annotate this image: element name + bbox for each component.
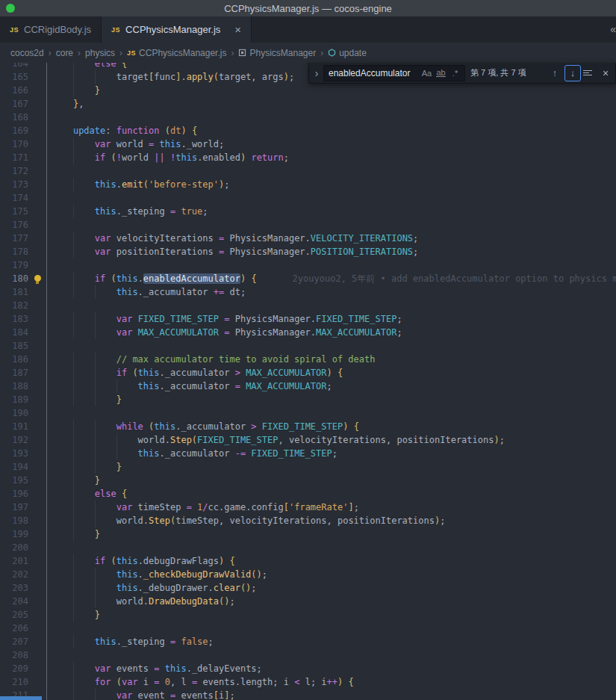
line-number[interactable]: 196 [0, 487, 28, 501]
line-number[interactable]: 174 [0, 191, 28, 205]
line-number[interactable]: 188 [0, 380, 28, 393]
code-line[interactable]: 180 if (this.enabledAccumulator) {2youyo… [0, 272, 616, 285]
code-line[interactable]: 179 [0, 258, 616, 272]
tab-ccphysicsmanager[interactable]: JS CCPhysicsManager.js × [102, 16, 252, 43]
code-line[interactable]: 208 [0, 648, 616, 662]
line-number[interactable]: 176 [0, 218, 28, 232]
code-line[interactable]: 201 if (this.debugDrawFlags) { [0, 554, 616, 568]
code-line[interactable]: 173 this.emit('before-step'); [0, 178, 616, 191]
code-line[interactable]: 188 this._accumulator = MAX_ACCUMULATOR; [0, 380, 616, 393]
code-line[interactable]: 168 [0, 111, 616, 124]
line-number[interactable]: 208 [0, 648, 28, 662]
code-line[interactable]: 172 [0, 164, 616, 178]
code-line[interactable]: 176 [0, 218, 616, 232]
line-number[interactable]: 183 [0, 312, 28, 326]
find-next-button[interactable]: ↓ [564, 65, 581, 81]
line-number[interactable]: 199 [0, 527, 28, 541]
line-number[interactable]: 166 [0, 84, 28, 97]
code-line[interactable]: 204 world.DrawDebugData(); [0, 595, 616, 608]
line-number[interactable]: 164 [0, 63, 28, 70]
find-input[interactable] [329, 68, 420, 78]
line-number[interactable]: 181 [0, 285, 28, 299]
find-expand-chevron-icon[interactable]: › [312, 67, 321, 79]
line-number[interactable]: 201 [0, 554, 28, 568]
code-line[interactable]: 181 this._accumulator += dt; [0, 285, 616, 299]
code-line[interactable]: 170 var world = this._world; [0, 137, 616, 151]
code-line[interactable]: 195 } [0, 474, 616, 487]
code-line[interactable]: 194 } [0, 460, 616, 474]
line-number[interactable]: 192 [0, 433, 28, 447]
code-line[interactable]: 178 var positionIterations = PhysicsMana… [0, 245, 616, 258]
line-number[interactable]: 195 [0, 474, 28, 487]
code-line[interactable]: 177 var velocityIterations = PhysicsMana… [0, 232, 616, 245]
line-number[interactable]: 179 [0, 258, 28, 272]
line-number[interactable]: 187 [0, 366, 28, 380]
code-line[interactable]: 199 } [0, 527, 616, 541]
code-line[interactable]: 196 else { [0, 487, 616, 501]
line-number[interactable]: 182 [0, 299, 28, 312]
code-line[interactable]: 167 }, [0, 97, 616, 111]
line-number[interactable]: 194 [0, 460, 28, 474]
code-line[interactable]: 192 world.Step(FIXED_TIME_STEP, velocity… [0, 433, 616, 447]
tab-close-icon[interactable]: × [234, 24, 241, 35]
line-number[interactable]: 165 [0, 70, 28, 84]
code-line[interactable]: 198 world.Step(timeStep, velocityIterati… [0, 514, 616, 527]
traffic-light-green[interactable] [6, 4, 15, 13]
code-line[interactable]: 209 var events = this._delayEvents; [0, 662, 616, 675]
line-number[interactable]: 175 [0, 205, 28, 218]
code-line[interactable]: 203 this._debugDrawer.clear(); [0, 581, 616, 595]
code-line[interactable]: 175 this._steping = true; [0, 205, 616, 218]
line-number[interactable]: 193 [0, 447, 28, 460]
breadcrumb-item-cocos2d[interactable]: cocos2d [10, 48, 44, 58]
line-number[interactable]: 204 [0, 595, 28, 608]
whole-word-toggle[interactable]: ab [434, 66, 448, 80]
code-line[interactable]: 190 [0, 406, 616, 420]
line-number[interactable]: 209 [0, 662, 28, 675]
line-number[interactable]: 169 [0, 124, 28, 137]
breadcrumb-item-physics[interactable]: physics [85, 48, 115, 58]
line-number[interactable]: 198 [0, 514, 28, 527]
line-number[interactable]: 172 [0, 164, 28, 178]
breadcrumb-item-core[interactable]: core [56, 48, 73, 58]
code-line[interactable]: 206 [0, 622, 616, 635]
line-number[interactable]: 206 [0, 622, 28, 635]
code-line[interactable]: 202 this._checkDebugDrawValid(); [0, 568, 616, 581]
tab-overflow-icon[interactable]: « [610, 23, 616, 35]
code-line[interactable]: 183 var FIXED_TIME_STEP = PhysicsManager… [0, 312, 616, 326]
breadcrumb-item-class[interactable]: PhysicsManager [238, 48, 316, 58]
code-line[interactable]: 186 // max accumulator time to avoid spi… [0, 353, 616, 366]
lightbulb-icon[interactable] [34, 275, 41, 282]
match-case-toggle[interactable]: Aa [420, 66, 434, 80]
code-line[interactable]: 174 [0, 191, 616, 205]
line-number[interactable]: 180 [0, 272, 28, 285]
line-number[interactable]: 186 [0, 353, 28, 366]
line-number[interactable]: 173 [0, 178, 28, 191]
find-previous-button[interactable]: ↑ [547, 66, 562, 81]
line-number[interactable]: 202 [0, 568, 28, 581]
breadcrumb-item-method[interactable]: update [328, 48, 367, 58]
code-line[interactable]: 200 [0, 541, 616, 554]
code-line[interactable]: 207 this._steping = false; [0, 635, 616, 648]
line-number[interactable]: 167 [0, 97, 28, 111]
line-number[interactable]: 185 [0, 339, 28, 353]
code-line[interactable]: 189 } [0, 393, 616, 406]
code-line[interactable]: 210 for (var i = 0, l = events.length; i… [0, 675, 616, 689]
line-number[interactable]: 178 [0, 245, 28, 258]
find-close-icon[interactable]: × [599, 66, 612, 81]
line-number[interactable]: 210 [0, 675, 28, 689]
code-line[interactable]: 182 [0, 299, 616, 312]
regex-toggle[interactable]: .* [448, 66, 462, 80]
line-number[interactable]: 168 [0, 111, 28, 124]
line-number[interactable]: 171 [0, 151, 28, 164]
line-number[interactable]: 184 [0, 326, 28, 339]
line-number[interactable]: 170 [0, 137, 28, 151]
line-number[interactable]: 191 [0, 420, 28, 433]
line-number[interactable]: 200 [0, 541, 28, 554]
code-line[interactable]: 166 } [0, 84, 616, 97]
code-line[interactable]: 211 var event = events[i]; [0, 689, 616, 700]
code-line[interactable]: 193 this._accumulator -= FIXED_TIME_STEP… [0, 447, 616, 460]
code-line[interactable]: 187 if (this._accumulator > MAX_ACCUMULA… [0, 366, 616, 380]
line-number[interactable]: 207 [0, 635, 28, 648]
tab-ccrigidbody[interactable]: JS CCRigidBody.js [0, 16, 102, 43]
line-number[interactable]: 205 [0, 608, 28, 622]
